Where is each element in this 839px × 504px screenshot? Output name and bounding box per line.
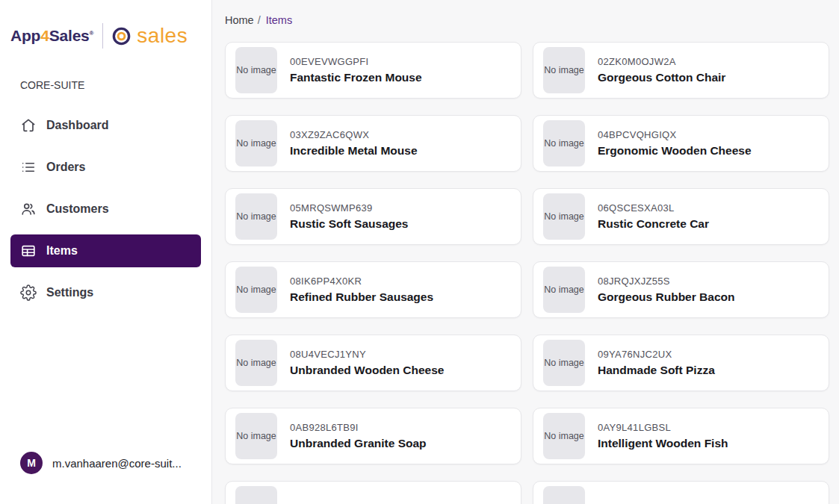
no-image-label: No image [544,138,584,149]
sidebar-spacer [0,318,211,452]
item-code: 05MRQSWMP639 [290,202,409,214]
item-code: 0AY9L41LGBSL [598,422,728,433]
item-card[interactable]: No image 0G2MABUM08OJ [533,481,829,504]
home-icon [20,117,37,134]
logo-sales-text: sales [137,25,188,46]
no-image-label: No image [236,211,276,222]
table-icon [20,243,37,259]
item-image-placeholder: No image [235,486,277,504]
sidebar-item-customers[interactable]: Customers [10,193,201,225]
item-code: 04BPCVQHGIQX [598,129,752,140]
breadcrumb-separator: / [258,14,261,26]
no-image-label: No image [236,284,276,295]
item-card-text: 00EVEVWGGPFI Fantastic Frozen Mouse [290,56,422,84]
breadcrumb-current: Items [266,14,292,26]
item-card-text: 05MRQSWMP639 Rustic Soft Sausages [290,202,409,231]
item-code: 09YA76NJC2UX [598,349,715,360]
item-code: 08JRQJXJZ55S [598,276,734,287]
item-image-placeholder: No image [543,413,585,459]
item-image-placeholder: No image [543,193,585,240]
item-name: Ergonomic Wooden Cheese [598,144,752,158]
no-image-label: No image [236,65,276,75]
item-name: Gorgeous Cotton Chair [598,71,725,84]
users-icon [20,201,37,217]
item-card-text: 06QSCESXA03L Rustic Concrete Car [598,202,709,231]
item-card-text: 08IK6PP4X0KR Refined Rubber Sausages [290,276,433,304]
item-code: 0AB928L6TB9I [290,422,427,433]
item-name: Fantastic Frozen Mouse [290,71,422,84]
sidebar-item-orders[interactable]: Orders [10,151,201,184]
item-card-text: 02ZK0M0OJW2A Gorgeous Cotton Chair [598,56,725,84]
item-card[interactable]: No image 09YA76NJC2UX Handmade Soft Pizz… [533,335,829,391]
item-image-placeholder: No image [543,486,585,504]
item-name: Refined Rubber Sausages [290,290,433,304]
avatar: M [20,452,43,474]
item-card-text: 08JRQJXJZ55S Gorgeous Rubber Bacon [598,276,734,304]
no-image-label: No image [236,431,276,441]
no-image-label: No image [544,211,584,222]
breadcrumb-home-link[interactable]: Home [225,14,254,26]
item-name: Gorgeous Rubber Bacon [598,290,734,304]
item-card-text: 08U4VECJ1YNY Unbranded Wooden Cheese [290,349,444,377]
no-image-label: No image [544,431,584,441]
sidebar: App4Sales® sales CORE-SUITE Dashboard Or… [0,0,212,504]
sidebar-item-dashboard[interactable]: Dashboard [10,109,201,142]
item-image-placeholder: No image [235,413,277,459]
item-card[interactable]: No image 08IK6PP4X0KR Refined Rubber Sau… [225,261,521,318]
sidebar-item-label: Customers [46,202,109,216]
sidebar-item-label: Orders [46,161,85,174]
item-card[interactable]: No image 08U4VECJ1YNY Unbranded Wooden C… [225,335,521,391]
item-code: 08IK6PP4X0KR [290,276,433,287]
item-image-placeholder: No image [235,47,277,93]
item-code: 03XZ9ZAC6QWX [290,129,418,140]
user-email: m.vanhaaren@core-suit... [52,457,182,470]
app-root: App4Sales® sales CORE-SUITE Dashboard Or… [0,0,839,504]
logo-divider [102,23,103,49]
target-icon [111,26,131,46]
list-icon [20,159,37,175]
item-image-placeholder: No image [235,193,277,240]
item-code: 08U4VECJ1YNY [290,349,444,360]
item-card[interactable]: No image 02ZK0M0OJW2A Gorgeous Cotton Ch… [533,42,829,99]
logo-4-accent: 4 [40,27,49,44]
item-card[interactable]: No image 05MRQSWMP639 Rustic Soft Sausag… [225,188,521,245]
item-name: Intelligent Wooden Fish [598,437,728,450]
no-image-label: No image [544,358,584,368]
item-image-placeholder: No image [543,267,585,313]
no-image-label: No image [236,358,276,368]
sidebar-item-label: Items [46,244,78,258]
item-card[interactable]: No image 04BPCVQHGIQX Ergonomic Wooden C… [533,115,829,172]
item-name: Handmade Soft Pizza [598,364,715,377]
suite-label: CORE-SUITE [20,79,211,91]
item-card[interactable]: No image 0DOKJFG65YZI [225,481,521,504]
no-image-label: No image [544,284,584,295]
item-card[interactable]: No image 0AY9L41LGBSL Intelligent Wooden… [533,408,829,464]
no-image-label: No image [544,65,584,75]
item-code: 00EVEVWGGPFI [290,56,422,67]
item-card[interactable]: No image 08JRQJXJZ55S Gorgeous Rubber Ba… [533,261,829,318]
item-card-text: 03XZ9ZAC6QWX Incredible Metal Mouse [290,129,418,158]
item-image-placeholder: No image [543,47,585,93]
item-card-text: 0AB928L6TB9I Unbranded Granite Soap [290,422,427,450]
item-image-placeholder: No image [543,340,585,386]
gear-icon [20,284,37,301]
item-image-placeholder: No image [543,120,585,167]
user-account[interactable]: M m.vanhaaren@core-suit... [20,452,201,474]
logo-app4sales-text: App4Sales® [10,27,93,45]
item-card-text: 04BPCVQHGIQX Ergonomic Wooden Cheese [598,129,752,158]
item-card[interactable]: No image 0AB928L6TB9I Unbranded Granite … [225,408,521,464]
item-name: Unbranded Granite Soap [290,437,427,450]
main-content: Home / Items No image 00EVEVWGGPFI Fanta… [212,0,839,504]
sidebar-item-items[interactable]: Items [10,234,201,267]
no-image-label: No image [236,138,276,149]
item-card[interactable]: No image 06QSCESXA03L Rustic Concrete Ca… [533,188,829,245]
sidebar-item-label: Settings [46,286,93,299]
sidebar-item-settings[interactable]: Settings [10,276,201,309]
item-image-placeholder: No image [235,267,277,313]
item-card[interactable]: No image 03XZ9ZAC6QWX Incredible Metal M… [225,115,521,172]
app-logo: App4Sales® sales [10,22,211,49]
item-card[interactable]: No image 00EVEVWGGPFI Fantastic Frozen M… [225,42,521,99]
item-image-placeholder: No image [235,120,277,167]
item-name: Rustic Concrete Car [598,217,709,231]
item-image-placeholder: No image [235,340,277,386]
